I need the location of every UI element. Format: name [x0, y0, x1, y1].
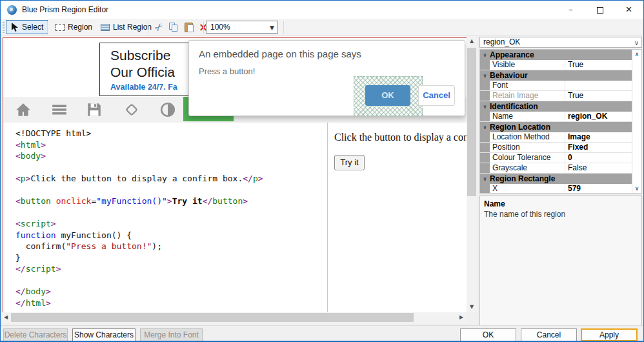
row-gutter	[480, 143, 490, 152]
row-gutter	[480, 91, 490, 101]
property-label: Name	[490, 112, 565, 121]
property-row[interactable]: GrayscaleFalse	[480, 163, 641, 174]
contrast-icon	[159, 101, 176, 118]
property-grid-scrollbar[interactable]: ∧ ∨	[632, 50, 641, 193]
property-value[interactable]	[565, 81, 641, 90]
row-gutter	[480, 81, 490, 90]
property-row[interactable]: Colour Tolerance0	[480, 153, 641, 163]
footer-bar: Delete Characters Show Characters Merge …	[1, 325, 643, 341]
region-selector-combobox[interactable]: region_OK ∨	[479, 37, 642, 48]
toolbar-separator	[203, 21, 204, 34]
code-line: <script>	[15, 219, 327, 230]
show-characters-button[interactable]: Show Characters	[72, 328, 136, 341]
scroll-down-icon[interactable]: ▼	[467, 302, 477, 312]
row-gutter	[480, 153, 490, 163]
scroll-right-icon[interactable]: ▶	[456, 312, 467, 323]
toolbar-grip[interactable]	[3, 22, 5, 33]
apply-button[interactable]: Apply	[581, 328, 638, 341]
category-label: Region Location	[490, 123, 550, 132]
maximize-icon	[597, 7, 603, 14]
collapse-chevron-icon[interactable]: ∨	[480, 52, 490, 58]
code-line: <body>	[15, 151, 327, 163]
window-title: Blue Prism Region Editor	[22, 5, 108, 14]
property-label: X	[490, 184, 565, 194]
code-line	[15, 208, 327, 219]
code-line: </script>	[15, 264, 327, 276]
property-category-row[interactable]: ∨Behaviour	[480, 70, 641, 81]
code-line: <html>	[15, 140, 327, 152]
code-editor[interactable]: <!DOCTYPE html><html><body><p>Click the …	[3, 123, 327, 312]
property-value[interactable]: True	[565, 91, 641, 101]
property-row[interactable]: PositionFixed	[480, 143, 641, 153]
rotate-icon	[123, 101, 140, 118]
blue-prism-logo-icon	[7, 5, 17, 15]
close-button[interactable]: ✕	[614, 1, 643, 19]
collapse-chevron-icon[interactable]: ∨	[480, 104, 490, 110]
property-value[interactable]: 0	[565, 153, 641, 163]
scroll-left-icon[interactable]: ◀	[1, 312, 11, 323]
property-label: Colour Tolerance	[490, 153, 565, 163]
property-category-row[interactable]: ∨Region Rectangle	[480, 174, 641, 184]
code-line	[15, 276, 327, 287]
property-row[interactable]: X579	[480, 184, 641, 194]
property-label: Font	[490, 81, 565, 90]
property-row[interactable]: VisibleTrue	[480, 60, 641, 70]
paste-icon	[185, 23, 193, 32]
horizontal-scroll-thumb[interactable]	[11, 313, 414, 322]
result-pane: Click the button to display a conf Try i…	[328, 123, 467, 312]
code-line	[15, 163, 327, 174]
collapse-chevron-icon[interactable]: ∨	[480, 73, 490, 79]
zoom-combobox[interactable]: 100% ▼	[206, 21, 278, 34]
minimize-button[interactable]: –	[556, 1, 585, 19]
confirm-dialog: An embedded page on this page says Press…	[188, 40, 465, 116]
property-row[interactable]: Nameregion_OK	[480, 112, 641, 122]
dialog-ok-button[interactable]: OK	[365, 85, 410, 106]
scissors-icon: ✂	[152, 20, 166, 34]
maximize-button[interactable]	[585, 1, 614, 19]
ok-button[interactable]: OK	[460, 328, 516, 341]
row-gutter	[480, 60, 490, 70]
property-value[interactable]: region_OK	[565, 112, 641, 121]
property-label: Visible	[490, 60, 565, 70]
property-row[interactable]: Retain ImageTrue	[480, 91, 641, 101]
try-it-button[interactable]: Try it	[334, 155, 365, 170]
select-tool-button[interactable]: Select	[6, 20, 48, 34]
property-row[interactable]: Location MethodImage	[480, 132, 641, 143]
collapse-chevron-icon[interactable]: ∨	[480, 125, 490, 130]
toolbar-separator	[47, 21, 48, 34]
row-gutter	[480, 184, 490, 194]
property-value[interactable]: True	[565, 60, 641, 70]
canvas-horizontal-scrollbar[interactable]: ◀ ▶	[1, 312, 467, 323]
property-category-row[interactable]: ∨Appearance	[480, 50, 641, 60]
property-category-row[interactable]: ∨Identification	[480, 101, 641, 112]
category-label: Region Rectangle	[490, 174, 555, 184]
scroll-down-icon[interactable]: ∨	[632, 185, 641, 192]
property-value[interactable]: Fixed	[565, 143, 641, 152]
property-grid: ∨AppearanceVisibleTrue∨BehaviourFontReta…	[479, 49, 642, 194]
property-grid-rows: ∨AppearanceVisibleTrue∨BehaviourFontReta…	[480, 50, 641, 194]
cursor-icon	[10, 23, 19, 32]
canvas-vertical-scrollbar[interactable]: ▲ ▼	[467, 36, 477, 312]
delete-characters-button[interactable]: Delete Characters	[3, 328, 68, 341]
region-editor-canvas[interactable]: Subscribe Our Officia Available 24/7. Fa…	[3, 37, 467, 312]
scroll-up-icon[interactable]: ∧	[632, 51, 641, 57]
dialog-cancel-button[interactable]: Cancel	[418, 85, 455, 106]
scroll-up-icon[interactable]: ▲	[467, 36, 477, 46]
property-value[interactable]: Image	[565, 132, 641, 142]
code-line: <!DOCTYPE html>	[15, 128, 327, 140]
region-tool-button[interactable]: Region	[51, 20, 97, 34]
result-paragraph: Click the button to display a conf	[334, 132, 467, 143]
row-gutter	[480, 132, 490, 142]
category-label: Identification	[490, 102, 538, 112]
zoom-value: 100%	[210, 23, 230, 32]
property-category-row[interactable]: ∨Region Location	[480, 122, 641, 132]
selected-region-name: region_OK	[483, 37, 520, 46]
collapse-chevron-icon[interactable]: ∨	[480, 176, 490, 182]
toolbar: Select Region List Region ✂ × 100% ▼	[1, 19, 643, 36]
vertical-scroll-thumb[interactable]	[467, 48, 476, 196]
property-value[interactable]: 579	[565, 184, 641, 194]
cancel-button[interactable]: Cancel	[521, 328, 577, 341]
property-row[interactable]: Font	[480, 81, 641, 91]
merge-into-font-button[interactable]: Merge Into Font	[140, 328, 203, 341]
property-value[interactable]: False	[565, 163, 641, 173]
